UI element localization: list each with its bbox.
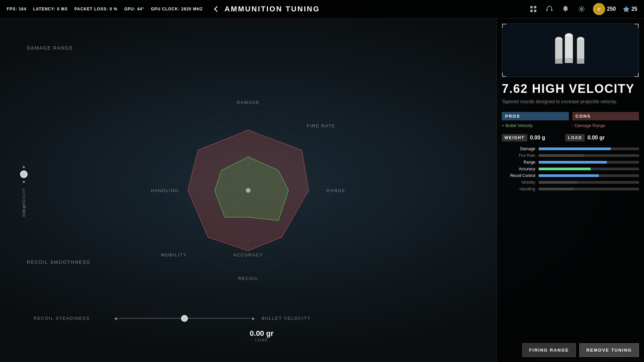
- recoil-steadiness-label: RECOIL STEADINESS: [34, 316, 107, 321]
- weight-label-badge: WEIGHT: [502, 134, 527, 141]
- fps-value: 164: [19, 7, 26, 11]
- corner-br: [635, 73, 639, 77]
- gpu-value: 44°: [137, 7, 144, 11]
- currency-1-icon: C: [593, 3, 605, 15]
- weight-thumb[interactable]: [20, 170, 28, 178]
- stat-label-range: Range: [502, 160, 535, 165]
- recoil-steadiness-row: RECOIL STEADINESS ◀ ▶ BULLET VELOCITY: [34, 316, 490, 321]
- remove-tuning-button[interactable]: REMOVE TUNING: [579, 343, 639, 357]
- weight-box: WEIGHT 0.00 g: [502, 134, 545, 141]
- stat-fill-accuracy: [539, 168, 591, 170]
- stat-fill-range: [539, 161, 607, 164]
- back-button[interactable]: [213, 6, 219, 12]
- stat-bar-recoil: [539, 174, 639, 177]
- weight-up-arrow[interactable]: ▲: [22, 164, 26, 169]
- radar-svg: [148, 90, 349, 291]
- gpu-label: GPU:: [124, 7, 136, 11]
- latency-stat: LATENCY: 0 MS: [33, 7, 68, 11]
- corner-bl: [502, 73, 506, 77]
- recoil-right-arrow[interactable]: ▶: [252, 316, 255, 321]
- left-panel: DAMAGE RANGE RECOIL SMOOTHNESS ▲ ▼ WEIGH…: [0, 18, 496, 362]
- top-bar: FPS: 164 LATENCY: 0 MS PACKET LOSS: 0 % …: [0, 0, 644, 18]
- weight-slider[interactable]: ▲ ▼ WEIGHT 0.00 g: [20, 164, 28, 217]
- stat-label-accuracy: Accuracy: [502, 167, 535, 171]
- stat-row-range: Range: [502, 160, 639, 165]
- svg-point-7: [581, 8, 583, 10]
- stat-fill-handling: [539, 188, 574, 190]
- corner-tl: [502, 24, 506, 28]
- recoil-left-arrow[interactable]: ◀: [114, 316, 117, 321]
- svg-rect-29: [555, 59, 562, 64]
- svg-rect-31: [565, 36, 573, 61]
- weight-value: 0.00 g: [22, 206, 26, 217]
- pros-cons-row: PROS + Bullet Velocity CONS - Damage Ran…: [502, 112, 639, 129]
- stat-fill-firerate: [539, 154, 584, 157]
- bottom-sliders: RECOIL STEADINESS ◀ ▶ BULLET VELOCITY 0.…: [34, 316, 490, 342]
- svg-marker-10: [623, 6, 629, 12]
- svg-rect-3: [534, 10, 536, 12]
- pros-item-bullet-velocity: + Bullet Velocity: [502, 122, 569, 129]
- top-bar-right: C 250 25: [529, 3, 638, 15]
- stat-row-mobility: Mobility: [502, 180, 639, 185]
- ammo-name: 7.62 HIGH VELOCITY: [502, 82, 639, 96]
- packet-loss-label: PACKET LOSS:: [74, 7, 108, 11]
- stat-row-accuracy: Accuracy: [502, 167, 639, 171]
- currency-2-icon: [623, 5, 630, 13]
- recoil-steadiness-thumb[interactable]: [181, 315, 188, 322]
- load-display: 0.00 gr: [587, 135, 605, 141]
- bullet-velocity-label: BULLET VELOCITY: [262, 316, 335, 321]
- weight-label: WEIGHT: [22, 187, 26, 206]
- pros-box: PROS + Bullet Velocity: [502, 112, 569, 129]
- svg-rect-5: [551, 9, 552, 11]
- gpu-clock-stat: GPU CLOCK: 2820 MHZ: [151, 7, 203, 11]
- damage-range-label: DAMAGE RANGE: [27, 45, 73, 51]
- currency-2-badge: 25: [623, 5, 637, 13]
- recoil-steadiness-track[interactable]: [119, 318, 250, 319]
- ammo-description: Tapered rounds designed to increase proj…: [502, 98, 639, 105]
- ammo-preview: [502, 23, 639, 77]
- settings-icon[interactable]: [577, 4, 586, 14]
- svg-rect-0: [530, 6, 533, 8]
- radar-chart: DAMAGE FIRE RATE RANGE ACCURACY RECOIL M…: [148, 90, 349, 291]
- load-value: 0.00 gr: [250, 329, 274, 338]
- cons-item-damage-range: - Damage Range: [572, 122, 639, 129]
- headset-icon[interactable]: [545, 4, 554, 14]
- currency-2-value: 25: [631, 6, 637, 12]
- stat-bar-damage: [539, 147, 639, 150]
- fps-label: FPS:: [7, 7, 17, 11]
- stat-bar-firerate: [539, 154, 639, 157]
- firing-range-button[interactable]: FIRING RANGE: [522, 343, 576, 357]
- stat-row-damage: Damage: [502, 146, 639, 151]
- stat-row-firerate: Fire Rate: [502, 153, 639, 158]
- ammo-bullets-visual: [544, 30, 597, 70]
- pros-header: PROS: [502, 112, 569, 120]
- stat-bar-handling: [539, 188, 639, 190]
- system-stats: FPS: 164 LATENCY: 0 MS PACKET LOSS: 0 % …: [7, 7, 203, 11]
- stat-bar-mobility: [539, 181, 639, 184]
- bell-icon[interactable]: [561, 4, 570, 14]
- fps-stat: FPS: 164: [7, 7, 26, 11]
- cons-box: CONS - Damage Range: [572, 112, 639, 129]
- packet-loss-stat: PACKET LOSS: 0 %: [74, 7, 117, 11]
- svg-rect-6: [565, 10, 566, 11]
- stats-container: Damage Fire Rate Range Acc: [502, 146, 639, 191]
- svg-rect-37: [577, 59, 584, 64]
- gpu-clock-value: 2820 MHZ: [181, 7, 203, 11]
- stat-row-recoil: Recoil Control: [502, 173, 639, 178]
- main-content: DAMAGE RANGE RECOIL SMOOTHNESS ▲ ▼ WEIGH…: [0, 18, 644, 362]
- svg-text:C: C: [598, 7, 600, 11]
- page-title: AMMUNITION TUNING: [224, 5, 320, 13]
- svg-rect-2: [530, 10, 533, 12]
- svg-rect-27: [555, 40, 562, 61]
- grid-icon[interactable]: [529, 4, 538, 14]
- svg-rect-4: [546, 9, 548, 11]
- currency-1-value: 250: [607, 6, 616, 12]
- svg-rect-1: [534, 6, 536, 8]
- weight-load-row: WEIGHT 0.00 g LOAD 0.00 gr: [502, 134, 639, 141]
- load-sublabel: LOAD: [255, 338, 268, 342]
- right-panel: 7.62 HIGH VELOCITY Tapered rounds design…: [496, 18, 644, 362]
- svg-point-25: [246, 188, 250, 192]
- latency-value: 0 MS: [57, 7, 68, 11]
- svg-rect-33: [565, 58, 573, 63]
- weight-down-arrow[interactable]: ▼: [22, 179, 26, 184]
